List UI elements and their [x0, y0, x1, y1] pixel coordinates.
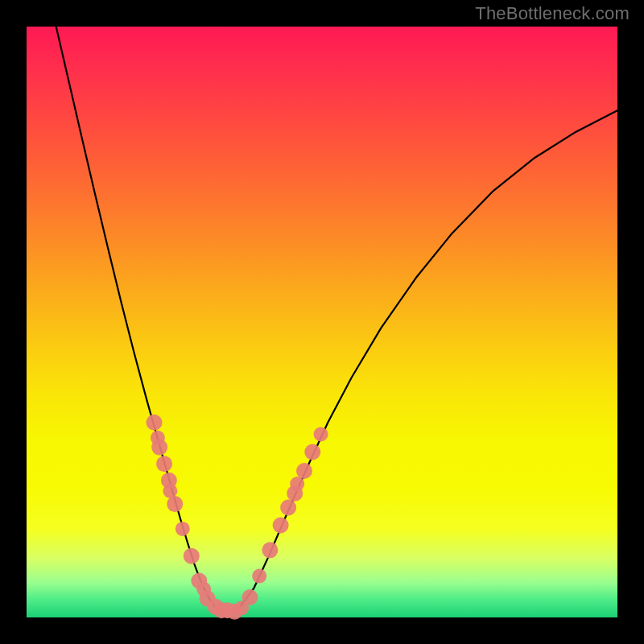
chart-svg [27, 27, 617, 617]
data-dot [252, 569, 266, 584]
data-dot [290, 477, 304, 491]
data-dot [151, 440, 167, 456]
data-dot [314, 427, 328, 441]
data-dot [262, 542, 278, 558]
data-dot [147, 415, 163, 431]
black-frame: TheBottleneck.com [0, 0, 644, 644]
bottleneck-curve [56, 27, 617, 615]
dots-layer [147, 415, 328, 620]
data-dot [296, 463, 312, 479]
data-dot [280, 499, 296, 515]
data-dot [184, 548, 200, 564]
watermark-text: TheBottleneck.com [475, 3, 630, 24]
data-dot [156, 456, 172, 472]
data-dot [167, 496, 183, 512]
data-dot [304, 444, 320, 460]
data-dot [273, 518, 289, 534]
curve-layer [56, 27, 617, 615]
data-dot [175, 522, 190, 536]
data-dot [242, 589, 258, 605]
